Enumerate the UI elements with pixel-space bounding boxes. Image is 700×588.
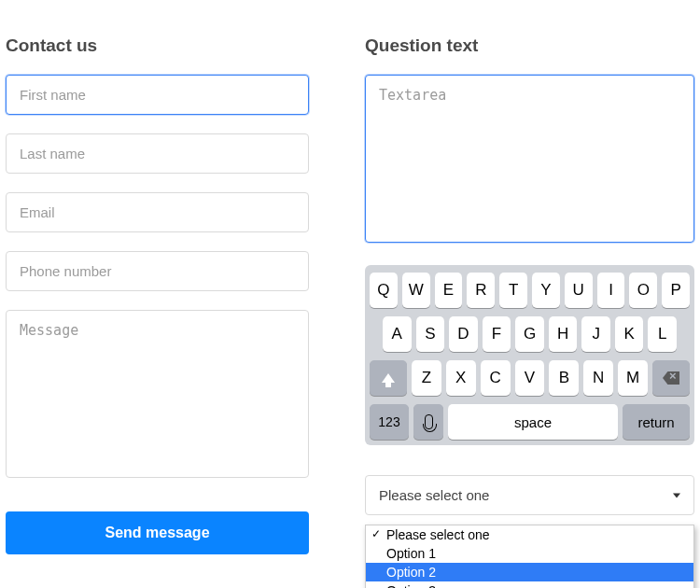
key-q[interactable]: Q — [370, 273, 398, 308]
shift-key[interactable] — [370, 360, 407, 396]
email-input[interactable] — [6, 192, 309, 232]
caret-down-icon — [673, 493, 680, 497]
key-o[interactable]: O — [629, 273, 657, 308]
keyboard-row-3: ZXCVBNM — [370, 360, 690, 396]
send-message-button[interactable]: Send message — [6, 511, 309, 554]
key-w[interactable]: W — [402, 273, 430, 308]
select-option[interactable]: Option 3 — [366, 581, 693, 588]
backspace-icon — [663, 371, 679, 385]
key-i[interactable]: I — [597, 273, 625, 308]
key-x[interactable]: X — [446, 360, 476, 396]
key-u[interactable]: U — [565, 273, 593, 308]
key-y[interactable]: Y — [532, 273, 560, 308]
space-key[interactable]: space — [448, 404, 618, 440]
key-a[interactable]: A — [383, 316, 412, 352]
question-textarea[interactable] — [365, 75, 694, 243]
keyboard-row-4: 123 space return — [370, 404, 690, 440]
key-l[interactable]: L — [648, 316, 677, 352]
keyboard-row-1: QWERTYUIOP — [370, 273, 690, 308]
key-b[interactable]: B — [549, 360, 579, 396]
select-option[interactable]: Please select one — [366, 525, 693, 544]
numbers-key[interactable]: 123 — [370, 404, 409, 440]
key-p[interactable]: P — [662, 273, 690, 308]
select-value: Please select one — [379, 487, 489, 503]
shift-icon — [382, 373, 395, 383]
contact-form: Contact us Send message — [6, 6, 309, 588]
question-heading: Question text — [365, 35, 694, 56]
phone-input[interactable] — [6, 251, 309, 291]
key-t[interactable]: T — [499, 273, 527, 308]
contact-heading: Contact us — [6, 35, 309, 56]
on-screen-keyboard: QWERTYUIOP ASDFGHJKL ZXCVBNM 123 space r… — [365, 265, 694, 445]
question-panel: Question text QWERTYUIOP ASDFGHJKL ZXCVB… — [365, 6, 694, 588]
mic-key[interactable] — [413, 404, 443, 440]
message-textarea[interactable] — [6, 310, 309, 478]
key-f[interactable]: F — [483, 316, 511, 352]
key-h[interactable]: H — [549, 316, 578, 352]
mic-icon — [425, 414, 433, 429]
first-name-input[interactable] — [6, 75, 309, 115]
key-e[interactable]: E — [435, 273, 463, 308]
backspace-key[interactable] — [652, 360, 690, 396]
key-z[interactable]: Z — [412, 360, 441, 396]
last-name-input[interactable] — [6, 133, 309, 174]
key-j[interactable]: J — [581, 316, 610, 352]
key-s[interactable]: S — [416, 316, 445, 352]
keyboard-row-2: ASDFGHJKL — [370, 316, 690, 352]
key-g[interactable]: G — [515, 316, 544, 352]
return-key[interactable]: return — [623, 404, 690, 440]
key-n[interactable]: N — [583, 360, 613, 396]
select-option[interactable]: Option 1 — [366, 544, 693, 563]
key-d[interactable]: D — [449, 316, 478, 352]
select-dropdown[interactable]: Please select one — [365, 475, 694, 515]
key-r[interactable]: R — [467, 273, 495, 308]
select-option[interactable]: Option 2 — [366, 563, 693, 581]
key-c[interactable]: C — [481, 360, 511, 396]
key-v[interactable]: V — [515, 360, 545, 396]
key-m[interactable]: M — [618, 360, 648, 396]
select-options-list: Please select oneOption 1Option 2Option … — [365, 525, 694, 588]
key-k[interactable]: K — [615, 316, 644, 352]
